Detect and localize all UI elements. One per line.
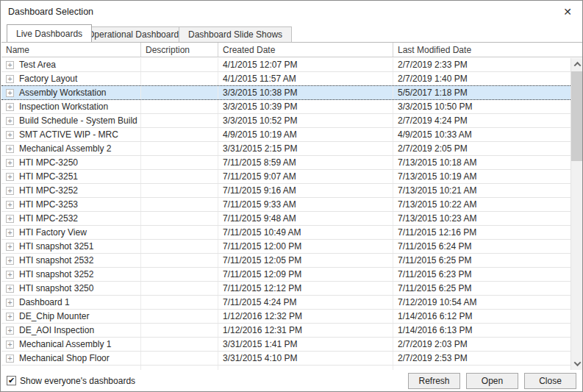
column-header-description[interactable]: Description (141, 43, 218, 57)
open-button[interactable]: Open (466, 373, 518, 389)
row-name-label: HTI snapshot 3250 (19, 283, 93, 293)
table-row[interactable]: +HTI snapshot 32507/11/2015 12:12 PM7/11… (1, 282, 571, 296)
table-row[interactable]: +DE_Chip Mounter1/12/2016 12:32 PM1/14/2… (1, 310, 571, 324)
cell-description (141, 212, 218, 225)
cell-created: 3/3/2015 10:52 PM (218, 114, 393, 127)
row-name-label: HTI MPC-3252 (19, 185, 78, 196)
expand-icon[interactable]: + (6, 354, 14, 363)
tab-dashboard-slide-shows[interactable]: Dashboard Slide Shows (179, 26, 292, 42)
vertical-scrollbar[interactable] (571, 58, 583, 370)
table-row[interactable]: +HTI snapshot 32527/11/2015 12:09 PM7/11… (1, 268, 571, 282)
tab-strip: Live Dashboards Operational Dashboards D… (1, 23, 582, 42)
table-row[interactable]: +Inspection Workstation3/3/2015 10:39 PM… (1, 100, 571, 114)
expand-icon[interactable]: + (6, 215, 14, 223)
cell-created: 4/1/2015 12:07 PM (218, 58, 393, 71)
expand-icon[interactable]: + (6, 131, 14, 139)
refresh-button[interactable]: Refresh (408, 373, 460, 389)
expand-icon[interactable]: + (6, 173, 14, 181)
cell-created: 7/11/2015 8:59 AM (218, 156, 393, 169)
expand-icon[interactable]: + (6, 257, 14, 265)
cell-modified: 1/14/2016 6:12 PM (393, 310, 571, 323)
cell-name: +DE_Chip Mounter (1, 310, 141, 323)
cell-name: +HTI snapshot 3250 (1, 282, 141, 295)
expand-icon[interactable]: + (6, 75, 14, 83)
table-row[interactable]: +HTI MPC-32517/11/2015 9:07 AM7/13/2015 … (1, 170, 571, 184)
column-header-modified[interactable]: Last Modified Date (393, 43, 583, 57)
cell-modified: 1/14/2016 6:13 PM (393, 324, 571, 337)
cell-created: 7/11/2015 12:05 PM (218, 254, 393, 267)
page-title: Dashboard Selection (1, 7, 93, 17)
cell-modified: 3/3/2015 10:50 PM (393, 100, 571, 113)
expand-icon[interactable]: + (6, 103, 14, 111)
table-row[interactable]: +DE_AOI Inspection1/12/2016 12:31 PM1/14… (1, 324, 571, 338)
table-row[interactable]: +SMT ACTIVE WIP - MRC4/9/2015 10:19 AM4/… (1, 128, 571, 142)
show-everyones-dashboards-checkbox[interactable]: ✔ Show everyone's dashboards (7, 376, 135, 386)
cell-name: +HTI MPC-3251 (1, 170, 141, 183)
expand-icon[interactable]: + (6, 159, 14, 167)
button-row: Refresh Open Close (408, 373, 576, 389)
expand-icon[interactable]: + (6, 145, 14, 153)
cell-modified: 7/11/2015 6:23 PM (393, 268, 571, 281)
cell-modified: 7/13/2015 10:22 AM (393, 198, 571, 211)
expand-icon[interactable]: + (6, 299, 14, 307)
row-name-label: Mechanical Assembly 1 (19, 339, 111, 349)
table-row[interactable]: +HTI MPC-25327/11/2015 9:48 AM7/13/2015 … (1, 212, 571, 226)
table-row[interactable]: +HTI snapshot 25327/11/2015 12:05 PM7/11… (1, 254, 571, 268)
row-name-label: DE_AOI Inspection (19, 325, 94, 335)
row-name-label: HTI snapshot 3251 (19, 241, 93, 252)
cell-modified: 2/7/2019 4:24 PM (393, 114, 571, 127)
table-row[interactable]: +Assembly Workstation3/3/2015 10:38 PM5/… (1, 85, 571, 100)
cell-created: 3/3/2015 10:39 PM (218, 100, 393, 113)
cell-modified: 7/11/2015 12:16 PM (393, 226, 571, 239)
title-bar: Dashboard Selection ✕ (1, 1, 582, 23)
cell-created: 4/1/2015 11:57 AM (218, 72, 393, 85)
scrollbar-thumb[interactable] (571, 71, 583, 161)
tab-live-dashboards[interactable]: Live Dashboards (7, 24, 92, 42)
cell-modified: 7/11/2015 6:25 PM (393, 254, 571, 267)
expand-icon[interactable]: + (6, 285, 14, 293)
row-name-label: HTI MPC-3251 (19, 171, 78, 182)
table-row[interactable]: +Build Schedule - System Build3/3/2015 1… (1, 114, 571, 128)
table-row[interactable]: +Mechanical Assembly 13/31/2015 1:41 PM2… (1, 338, 571, 352)
expand-icon[interactable]: + (6, 117, 14, 125)
checkbox-label: Show everyone's dashboards (20, 376, 135, 386)
cell-name: +HTI snapshot 2532 (1, 254, 141, 267)
expand-icon[interactable]: + (6, 89, 14, 97)
row-name-label: Factory Layout (19, 74, 77, 84)
expand-icon[interactable]: + (6, 187, 14, 195)
row-name-label: HTI MPC-3250 (19, 157, 78, 168)
table-row[interactable]: +Factory Layout4/1/2015 11:57 AM2/7/2019… (1, 72, 571, 86)
table-row[interactable]: +Mechanical Assembly 23/31/2015 2:15 PM2… (1, 142, 571, 156)
expand-icon[interactable]: + (6, 61, 14, 69)
cell-name: +HTI MPC-3253 (1, 198, 141, 211)
table-row[interactable]: +HTI snapshot 32517/11/2015 12:00 PM7/11… (1, 240, 571, 254)
table-row[interactable]: +HTI MPC-32507/11/2015 8:59 AM7/13/2015 … (1, 156, 571, 170)
scroll-up-icon[interactable] (571, 58, 583, 71)
expand-icon[interactable]: + (6, 201, 14, 209)
expand-icon[interactable]: + (6, 341, 14, 349)
table-row[interactable]: +Mechanical Shop Floor3/31/2015 4:10 PM2… (1, 352, 571, 366)
scroll-down-icon[interactable] (571, 357, 583, 370)
dashboard-table: Name Description Created Date Last Modif… (1, 42, 583, 371)
expand-icon[interactable]: + (6, 271, 14, 279)
tab-operational-dashboards[interactable]: Operational Dashboards (78, 26, 193, 42)
expand-icon[interactable]: + (6, 313, 14, 321)
row-name-label: HTI snapshot 3252 (19, 269, 93, 279)
column-header-created[interactable]: Created Date (218, 43, 393, 57)
cell-name: +Test Area (1, 58, 141, 71)
cell-name: +HTI Factory View (1, 226, 141, 239)
table-row[interactable]: +HTI MPC-32527/11/2015 9:16 AM7/13/2015 … (1, 184, 571, 198)
expand-icon[interactable]: + (6, 243, 14, 251)
table-row[interactable]: +HTI MPC-32537/11/2015 9:33 AM7/13/2015 … (1, 198, 571, 212)
close-icon[interactable]: ✕ (553, 1, 582, 23)
table-row[interactable]: +Dashboard 17/11/2015 4:24 PM7/12/2019 1… (1, 296, 571, 310)
table-row[interactable]: +HTI Factory View7/11/2015 10:49 AM7/11/… (1, 226, 571, 240)
close-button[interactable]: Close (524, 373, 576, 389)
expand-icon[interactable]: + (6, 229, 14, 237)
column-header-name[interactable]: Name (1, 43, 141, 57)
expand-icon[interactable]: + (6, 327, 14, 335)
row-name-label: HTI MPC-3253 (19, 199, 78, 210)
cell-modified: 7/13/2015 10:19 AM (393, 170, 571, 183)
table-row[interactable]: +Test Area4/1/2015 12:07 PM2/7/2019 2:33… (1, 58, 571, 72)
cell-description (141, 254, 218, 267)
